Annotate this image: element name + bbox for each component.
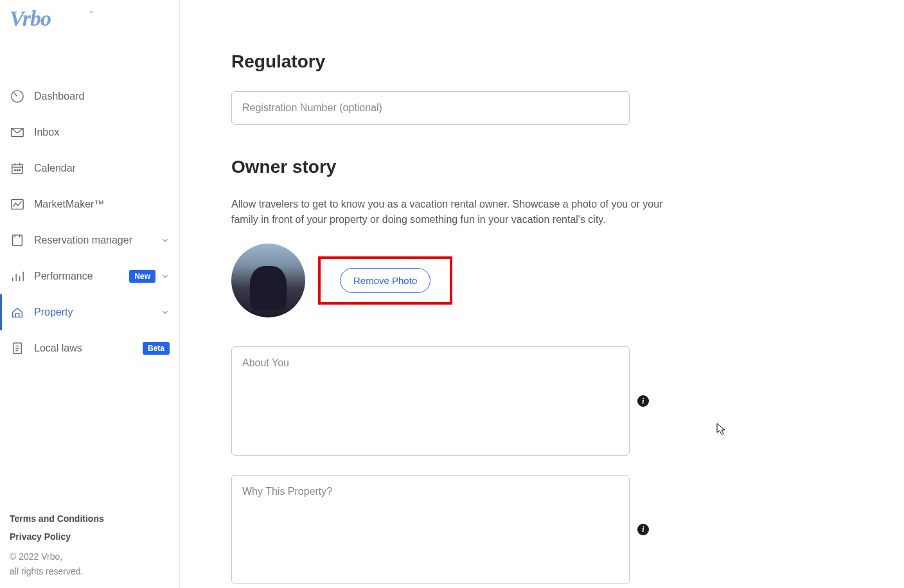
owner-story-description: Allow travelers to get to know you as a …	[231, 197, 675, 227]
highlight-annotation: Remove Photo	[318, 256, 452, 305]
chevron-down-icon	[161, 308, 170, 317]
sidebar-item-local-laws[interactable]: Local laws Beta	[0, 330, 179, 366]
sidebar-item-label: Local laws	[34, 343, 137, 354]
sidebar-item-label: Dashboard	[34, 91, 170, 102]
brand-logo[interactable]: Vrbo ™	[0, 0, 179, 53]
svg-rect-9	[13, 235, 22, 246]
locallaws-icon	[10, 341, 25, 356]
svg-point-6	[17, 170, 18, 171]
about-you-wrap: i	[231, 346, 853, 456]
chevron-down-icon	[161, 236, 170, 245]
registration-number-input[interactable]	[231, 91, 630, 125]
main-content: Regulatory Owner story Allow travelers t…	[180, 0, 904, 588]
new-badge: New	[129, 270, 155, 283]
sidebar-item-dashboard[interactable]: Dashboard	[0, 78, 179, 114]
vrbo-logo-icon: Vrbo ™	[10, 5, 93, 31]
sidebar-item-property[interactable]: Property	[0, 294, 179, 330]
sidebar: Vrbo ™ Dashboard Inbox Calendar	[0, 0, 180, 588]
calendar-icon	[10, 161, 25, 176]
remove-photo-button[interactable]: Remove Photo	[340, 268, 430, 293]
reservation-icon	[10, 233, 25, 248]
svg-point-7	[19, 170, 21, 171]
copyright-text: © 2022 Vrbo, all rights reserved.	[10, 549, 170, 578]
sidebar-item-label: Performance	[34, 271, 124, 282]
sidebar-item-label: MarketMaker™	[34, 199, 170, 210]
dashboard-icon	[10, 89, 25, 104]
svg-point-5	[14, 170, 15, 171]
sidebar-item-label: Calendar	[34, 163, 170, 174]
sidebar-footer: Terms and Conditions Privacy Policy © 20…	[0, 504, 179, 588]
sidebar-item-label: Reservation manager	[34, 235, 155, 246]
performance-icon	[10, 269, 25, 284]
why-property-textarea[interactable]	[231, 475, 630, 584]
chevron-down-icon	[161, 272, 170, 281]
photo-row: Remove Photo	[231, 244, 853, 317]
svg-text:™: ™	[89, 10, 93, 15]
about-you-textarea[interactable]	[231, 346, 630, 456]
owner-story-heading: Owner story	[231, 157, 853, 177]
svg-text:Vrbo: Vrbo	[10, 6, 51, 30]
owner-avatar	[231, 244, 305, 317]
sidebar-item-reservation-manager[interactable]: Reservation manager	[0, 222, 179, 258]
info-icon[interactable]: i	[637, 524, 649, 535]
privacy-link[interactable]: Privacy Policy	[10, 531, 170, 542]
regulatory-heading: Regulatory	[231, 51, 853, 72]
info-icon[interactable]: i	[637, 395, 649, 407]
sidebar-item-performance[interactable]: Performance New	[0, 258, 179, 294]
sidebar-item-calendar[interactable]: Calendar	[0, 150, 179, 186]
sidebar-item-marketmaker[interactable]: MarketMaker™	[0, 186, 179, 222]
sidebar-item-inbox[interactable]: Inbox	[0, 114, 179, 150]
sidebar-item-label: Property	[34, 307, 155, 318]
inbox-icon	[10, 125, 25, 140]
sidebar-item-label: Inbox	[34, 127, 170, 138]
beta-badge: Beta	[143, 342, 170, 355]
marketmaker-icon	[10, 197, 25, 212]
terms-link[interactable]: Terms and Conditions	[10, 513, 170, 524]
why-property-wrap: i	[231, 475, 853, 584]
property-icon	[10, 305, 25, 320]
svg-rect-4	[12, 165, 23, 174]
sidebar-nav: Dashboard Inbox Calendar MarketMaker™ Re	[0, 53, 179, 504]
